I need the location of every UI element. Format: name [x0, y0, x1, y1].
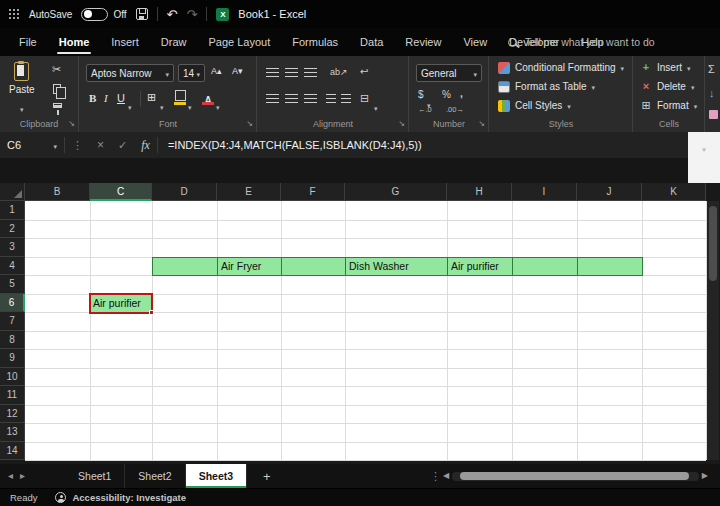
- align-middle-icon[interactable]: [285, 68, 298, 77]
- column-header-g[interactable]: G: [345, 183, 447, 201]
- align-left-icon[interactable]: [266, 94, 279, 103]
- row-header-8[interactable]: 8: [0, 331, 25, 350]
- ribbon-tab-home[interactable]: Home: [48, 28, 101, 56]
- column-header-f[interactable]: F: [281, 183, 345, 201]
- formula-bar-options-icon[interactable]: [72, 140, 83, 151]
- paste-button[interactable]: Paste: [9, 62, 35, 116]
- font-name-combo[interactable]: Aptos Narrow: [86, 64, 174, 82]
- chevron-down-icon[interactable]: [160, 96, 164, 114]
- fill-icon[interactable]: [709, 88, 715, 99]
- cancel-icon[interactable]: [97, 139, 104, 151]
- horizontal-scrollbar-track[interactable]: [452, 472, 699, 481]
- ribbon-tab-insert[interactable]: Insert: [100, 28, 150, 56]
- align-bottom-icon[interactable]: [304, 68, 317, 77]
- underline-button[interactable]: U: [117, 92, 125, 104]
- enter-icon[interactable]: [118, 140, 127, 151]
- clear-icon[interactable]: [709, 110, 718, 119]
- borders-button[interactable]: [147, 92, 156, 103]
- column-header-c[interactable]: C: [90, 183, 152, 201]
- shrink-font-button[interactable]: [232, 67, 243, 76]
- column-header-h[interactable]: H: [447, 183, 512, 201]
- tell-me-search[interactable]: Tell me what you want to do: [508, 28, 655, 56]
- cell-f4[interactable]: [281, 257, 346, 277]
- accessibility-icon[interactable]: [55, 492, 66, 503]
- ribbon-tab-page-layout[interactable]: Page Layout: [197, 28, 281, 56]
- insert-button[interactable]: Insert: [636, 58, 702, 77]
- formula-bar-expand[interactable]: [688, 132, 720, 183]
- ribbon-tab-file[interactable]: File: [8, 28, 48, 56]
- row-header-7[interactable]: 7: [0, 312, 25, 331]
- select-all-corner[interactable]: [0, 183, 25, 201]
- merge-center-button[interactable]: [360, 93, 369, 104]
- percent-style-button[interactable]: [442, 90, 451, 100]
- ribbon-tab-draw[interactable]: Draw: [150, 28, 198, 56]
- formula-input[interactable]: =INDEX(D4:J4,MATCH(FALSE,ISBLANK(D4:J4),…: [168, 139, 422, 151]
- column-header-i[interactable]: I: [512, 183, 577, 201]
- sheet-tab-sheet3[interactable]: Sheet3: [186, 464, 247, 488]
- row-header-11[interactable]: 11: [0, 386, 25, 405]
- ribbon-tab-view[interactable]: View: [452, 28, 498, 56]
- bold-button[interactable]: B: [89, 92, 96, 104]
- clipboard-dialog-launcher[interactable]: [68, 120, 75, 128]
- ribbon-tab-data[interactable]: Data: [349, 28, 394, 56]
- vertical-scrollbar-thumb[interactable]: [709, 206, 717, 281]
- orientation-button[interactable]: [330, 68, 348, 77]
- fill-color-button[interactable]: [174, 90, 186, 105]
- horizontal-scrollbar-thumb[interactable]: [460, 472, 689, 480]
- align-top-icon[interactable]: [266, 68, 279, 77]
- insert-function-button[interactable]: fx: [141, 138, 150, 153]
- cell-j4[interactable]: [577, 257, 643, 277]
- italic-button[interactable]: I: [104, 92, 108, 104]
- chevron-down-icon[interactable]: [128, 96, 132, 114]
- column-header-e[interactable]: E: [217, 183, 281, 201]
- font-dialog-launcher[interactable]: [246, 120, 253, 128]
- font-color-button[interactable]: [202, 90, 214, 105]
- conditional-formatting-button[interactable]: Conditional Formatting: [494, 58, 630, 77]
- align-right-icon[interactable]: [304, 94, 317, 103]
- row-header-5[interactable]: 5: [0, 275, 25, 294]
- row-header-2[interactable]: 2: [0, 220, 25, 239]
- chevron-down-icon[interactable]: [374, 97, 378, 115]
- row-header-3[interactable]: 3: [0, 238, 25, 257]
- cell-i4[interactable]: [512, 257, 578, 277]
- autosave-toggle-knob[interactable]: [84, 10, 92, 18]
- app-launcher-icon[interactable]: [9, 9, 20, 20]
- number-format-combo[interactable]: General: [416, 64, 482, 82]
- vertical-scrollbar[interactable]: [707, 201, 719, 460]
- column-header-j[interactable]: J: [577, 183, 642, 201]
- name-box[interactable]: C6: [0, 132, 64, 158]
- row-header-9[interactable]: 9: [0, 349, 25, 368]
- ribbon-tab-formulas[interactable]: Formulas: [281, 28, 349, 56]
- redo-icon[interactable]: [186, 8, 197, 21]
- sheet-nav-right-icon[interactable]: [20, 471, 25, 481]
- decrease-indent-icon[interactable]: [326, 94, 336, 103]
- sheet-tab-sheet1[interactable]: Sheet1: [65, 464, 125, 488]
- delete-button[interactable]: Delete: [636, 77, 702, 96]
- row-header-1[interactable]: 1: [0, 201, 25, 220]
- cell-d4[interactable]: [152, 257, 218, 277]
- horizontal-scrollbar[interactable]: [443, 469, 708, 483]
- ribbon-tab-review[interactable]: Review: [394, 28, 452, 56]
- selected-cell-c6[interactable]: Air purifier: [89, 293, 153, 314]
- increase-decimal-button[interactable]: [418, 106, 432, 114]
- number-dialog-launcher[interactable]: [478, 120, 485, 128]
- autosave-toggle[interactable]: Off: [81, 8, 126, 21]
- row-header-10[interactable]: 10: [0, 368, 25, 387]
- row-header-12[interactable]: 12: [0, 405, 25, 424]
- undo-icon[interactable]: [167, 8, 178, 21]
- alignment-dialog-launcher[interactable]: [398, 120, 405, 128]
- format-as-table-button[interactable]: Format as Table: [494, 77, 630, 96]
- align-center-icon[interactable]: [285, 94, 298, 103]
- scroll-left-icon[interactable]: [443, 472, 449, 480]
- spreadsheet-grid[interactable]: BCDEFGHIJK1234567891011121314Air FryerDi…: [0, 183, 720, 464]
- format-painter-button[interactable]: [53, 103, 62, 108]
- chevron-down-icon[interactable]: [188, 96, 192, 114]
- row-header-14[interactable]: 14: [0, 442, 25, 461]
- cell-e4[interactable]: Air Fryer: [217, 257, 282, 277]
- accounting-format-button[interactable]: [418, 90, 424, 100]
- column-header-k[interactable]: K: [642, 183, 706, 201]
- autosum-icon[interactable]: [708, 64, 715, 75]
- scroll-right-icon[interactable]: [702, 472, 708, 480]
- format-button[interactable]: Format: [636, 96, 702, 115]
- row-header-13[interactable]: 13: [0, 423, 25, 442]
